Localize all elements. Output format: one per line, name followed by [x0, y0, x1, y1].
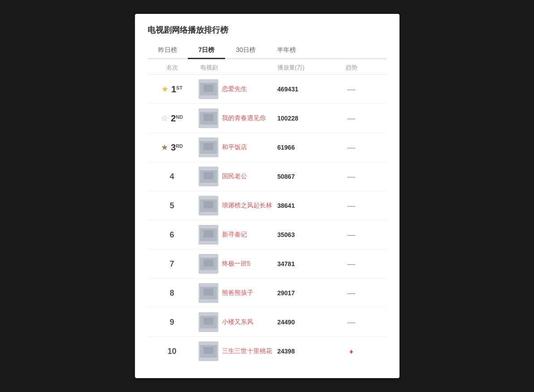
star-silver-icon: ☆ [161, 113, 168, 123]
table-row: ★1ST恋爱先生469431— [148, 75, 387, 104]
plays-count: 29017 [278, 289, 336, 297]
show-name[interactable]: 新寻秦记 [222, 231, 247, 239]
trend-indicator: — [336, 289, 367, 298]
show-thumbnail [199, 341, 218, 361]
rank-number: 3RD [171, 142, 183, 153]
header-plays: 播放量(万) [278, 64, 336, 72]
rank-cell: 7 [148, 259, 197, 269]
rank-number: 1ST [171, 84, 182, 95]
show-thumbnail [199, 254, 218, 274]
show-name[interactable]: 国民老公 [222, 172, 247, 181]
plays-count: 61966 [278, 144, 336, 151]
star-gold-icon: ★ [161, 84, 169, 94]
card-title: 电视剧网络播放排行榜 [148, 25, 387, 35]
rank-cell: 6 [148, 230, 197, 240]
show-cell: 和平饭店 [197, 138, 278, 157]
table-body: ★1ST恋爱先生469431—☆2ND我的青春遇见你100228—★3RD和平饭… [148, 75, 387, 366]
rank-number: 7 [169, 259, 174, 269]
trend-indicator: — [336, 318, 367, 327]
rank-cell: 9 [148, 318, 197, 327]
show-cell: 国民老公 [197, 167, 278, 186]
header-trend: 趋势 [336, 64, 367, 72]
show-thumbnail [199, 196, 218, 215]
rank-number: 2ND [171, 113, 183, 124]
plays-count: 35063 [278, 231, 336, 238]
trend-indicator: — [336, 201, 367, 211]
header-rank: 名次 [148, 64, 197, 72]
plays-count: 100228 [278, 115, 336, 122]
table-row: 4国民老公50867— [148, 162, 387, 191]
show-thumbnail [199, 108, 218, 128]
plays-count: 469431 [278, 86, 336, 93]
trend-indicator: ♦ [336, 347, 367, 356]
show-thumbnail [199, 79, 218, 99]
show-name[interactable]: 熊爸熊孩子 [222, 289, 253, 297]
show-cell: 新寻秦记 [197, 225, 278, 245]
star-bronze-icon: ★ [161, 142, 168, 152]
show-cell: 熊爸熊孩子 [197, 283, 278, 303]
show-thumbnail [199, 138, 218, 157]
show-name[interactable]: 三生三世十里桃花 [222, 347, 272, 355]
show-cell: 琅琊榜之风起长林 [197, 196, 278, 215]
show-name[interactable]: 小楼又东风 [222, 318, 253, 326]
ranking-card: 电视剧网络播放排行榜 昨日榜7日榜30日榜半年榜 名次 电视剧 播放量(万) 趋… [135, 14, 399, 378]
table-row: 5琅琊榜之风起长林38641— [148, 191, 387, 220]
show-name[interactable]: 恋爱先生 [222, 85, 247, 93]
rank-cell: ★3RD [148, 142, 197, 153]
table-row: ★3RD和平饭店61966— [148, 133, 387, 162]
show-cell: 小楼又东风 [197, 312, 278, 332]
table-row: 9小楼又东风24490— [148, 308, 387, 337]
tab-bar: 昨日榜7日榜30日榜半年榜 [148, 43, 387, 59]
show-name[interactable]: 琅琊榜之风起长林 [222, 202, 272, 210]
trend-up-icon: ♦ [349, 348, 353, 355]
rank-number: 6 [169, 230, 174, 240]
table-row: 10三生三世十里桃花24398♦ [148, 337, 387, 366]
rank-number: 4 [169, 172, 174, 181]
table-row: ☆2ND我的青春遇见你100228— [148, 104, 387, 133]
show-thumbnail [199, 167, 218, 186]
rank-number: 5 [169, 201, 174, 211]
trend-indicator: — [336, 259, 367, 269]
trend-indicator: — [336, 172, 367, 181]
show-name[interactable]: 终极一班5 [222, 260, 251, 268]
rank-cell: 8 [148, 289, 197, 298]
plays-count: 24398 [278, 348, 336, 355]
show-cell: 恋爱先生 [197, 79, 278, 99]
rank-cell: 5 [148, 201, 197, 211]
plays-count: 38641 [278, 202, 336, 209]
plays-count: 34781 [278, 260, 336, 267]
show-thumbnail [199, 225, 218, 245]
rank-number: 10 [167, 347, 176, 356]
plays-count: 24490 [278, 319, 336, 326]
trend-indicator: — [336, 114, 367, 123]
show-thumbnail [199, 283, 218, 303]
header-show: 电视剧 [197, 64, 278, 72]
trend-indicator: — [336, 143, 367, 152]
rank-cell: ☆2ND [148, 113, 197, 124]
rank-number: 8 [169, 289, 174, 298]
tab-7days[interactable]: 7日榜 [188, 43, 226, 59]
tab-30days[interactable]: 30日榜 [225, 43, 266, 59]
rank-cell: 10 [148, 347, 197, 356]
show-name[interactable]: 和平饭店 [222, 143, 247, 151]
table-row: 6新寻秦记35063— [148, 220, 387, 250]
table-row: 7终极一班534781— [148, 250, 387, 279]
rank-cell: 4 [148, 172, 197, 181]
trend-indicator: — [336, 85, 367, 94]
tab-halfyear[interactable]: 半年榜 [266, 43, 307, 59]
show-cell: 终极一班5 [197, 254, 278, 274]
show-thumbnail [199, 312, 218, 332]
rank-cell: ★1ST [148, 84, 197, 95]
show-cell: 三生三世十里桃花 [197, 341, 278, 361]
rank-number: 9 [169, 318, 174, 327]
table-header: 名次 电视剧 播放量(万) 趋势 [148, 59, 387, 75]
show-name[interactable]: 我的青春遇见你 [222, 114, 266, 122]
plays-count: 50867 [278, 173, 336, 180]
trend-indicator: — [336, 230, 367, 240]
tab-yesterday[interactable]: 昨日榜 [148, 43, 188, 59]
show-cell: 我的青春遇见你 [197, 108, 278, 128]
table-row: 8熊爸熊孩子29017— [148, 279, 387, 308]
